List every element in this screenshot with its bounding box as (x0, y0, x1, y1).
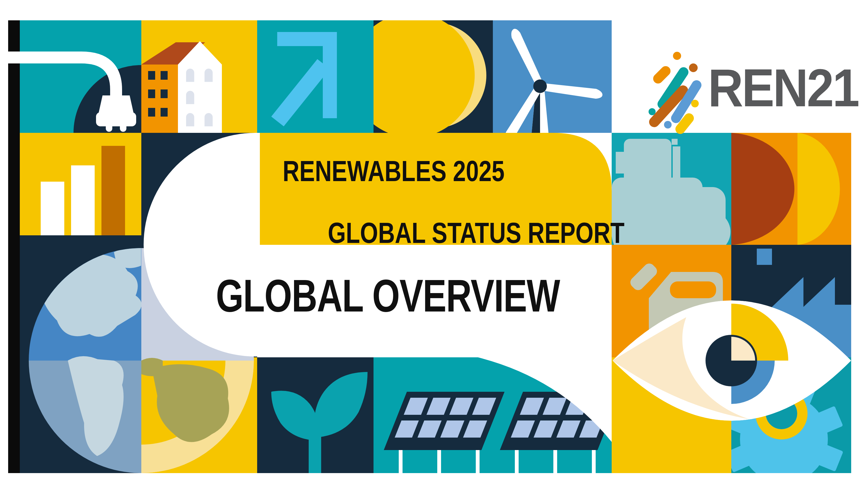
chapter-headline: GLOBAL OVERVIEW (216, 273, 560, 319)
report-title-line2: GLOBAL STATUS REPORT (328, 217, 624, 249)
tile-house (141, 20, 257, 133)
tile-bar-chart (20, 133, 141, 235)
tile-plug (0, 20, 141, 133)
ren21-wordmark: REN21 (708, 58, 858, 119)
slide-canvas: RENEWABLES 2025 GLOBAL STATUS REPORT GLO… (0, 0, 868, 488)
report-title: RENEWABLES 2025 GLOBAL STATUS REPORT (283, 156, 624, 248)
report-title-line1: RENEWABLES 2025 (283, 155, 504, 187)
tile-tractor (612, 133, 731, 261)
tile-arches (731, 133, 851, 245)
tile-arrow (257, 20, 373, 133)
tile-sprout (257, 357, 373, 473)
left-black-strip (8, 20, 20, 473)
tile-wind-turbine (493, 20, 612, 142)
